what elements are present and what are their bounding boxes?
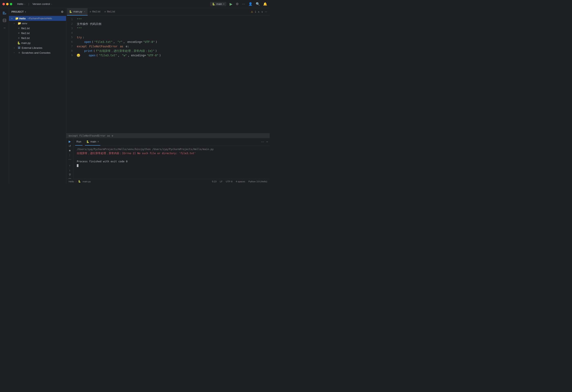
ln-1: 1 [66, 17, 73, 22]
run-output-line-1: /Users/zyq/PycharmProjects/Hello/venv/bi… [77, 147, 266, 151]
tab-close-main[interactable]: × [83, 10, 86, 13]
tree-folder-hello-icon: 📁 [15, 17, 18, 20]
tree-chevron-hello-icon: ▾ [11, 17, 14, 20]
account-button[interactable]: 👤 [248, 2, 253, 6]
titlebar: Hello › | Version control › 🐍 main ▾ ▶ ⚙… [0, 0, 270, 8]
status-breadcrumb-main[interactable]: main.py [82, 180, 91, 183]
run-button[interactable]: ▶ [230, 2, 233, 6]
code-token-7-e: e: [126, 44, 129, 49]
tab-bar-up-icon[interactable]: ∧ [258, 10, 260, 13]
sidebar-item-structure[interactable] [1, 17, 8, 24]
more-button[interactable]: ⋯ [242, 2, 245, 6]
search-button[interactable]: 🔍 [256, 2, 260, 6]
ln-2: 2 [66, 22, 73, 26]
run-output-line-3 [77, 155, 266, 159]
tree-item-hello[interactable]: ▾ 📁 Hello ~/PycharmProjects/Hello [9, 16, 66, 21]
code-token-9-p1: ( [96, 53, 98, 58]
sidebar: Project ▾ ⚙ ▾ 📁 Hello ~/PycharmProjects/… [9, 8, 66, 184]
code-token-6-fn: open [84, 40, 91, 44]
tree-item-file2[interactable]: ≡ file2.txt [9, 31, 66, 35]
code-token-1-1: """ [77, 17, 82, 22]
tree-item-main-py[interactable]: 🐍 main.py [9, 40, 66, 45]
code-token-8-p2: ) [155, 49, 157, 53]
tab-python-icon: 🐍 [69, 10, 72, 13]
code-token-9-c1: , [118, 53, 121, 58]
maximize-button[interactable] [10, 3, 12, 5]
vc-chevron-icon: › [51, 3, 52, 5]
tree-text-file3-icon: ≡ [17, 37, 20, 39]
minimize-button[interactable] [6, 3, 9, 5]
hint-bulb-icon[interactable]: 💡 [77, 54, 80, 57]
run-tab-main[interactable]: 🐍 main × [85, 138, 100, 146]
status-python-version[interactable]: Python 3.8 (Hello) [248, 180, 267, 183]
sidebar-item-project[interactable] [1, 10, 8, 16]
tree-item-file1[interactable]: ≡ file1.txt [9, 26, 66, 31]
status-indent[interactable]: 4 spaces [236, 180, 245, 183]
code-token-6-kw: encoding= [127, 40, 143, 44]
run-panel-minimize-icon[interactable]: − [266, 140, 268, 144]
warning-icon: ⚠ [251, 10, 253, 13]
run-config-python-icon: 🐍 [212, 3, 215, 5]
sidebar-header-right: ⚙ [61, 10, 64, 14]
run-down-button[interactable]: ↓ [67, 168, 73, 172]
run-output-line-4: Process finished with exit code 0 [77, 159, 266, 164]
code-token-5-2: : [82, 35, 84, 40]
sidebar-gear-icon[interactable]: ⚙ [61, 10, 64, 14]
main-layout: ··· Project ▾ ⚙ ▾ 📁 Hello ~/PycharmProje… [0, 8, 270, 184]
code-content[interactable]: """ 文件操作 代码示例 """ try: open("f [75, 15, 270, 133]
status-breadcrumb-sep: › [76, 180, 76, 183]
status-position[interactable]: 9:23 [212, 180, 217, 183]
run-tab-run[interactable]: Run [75, 138, 82, 146]
ln-8: 8 [66, 49, 73, 53]
run-more-button[interactable]: ⋯ [67, 158, 73, 161]
tab-bar-more-icon[interactable]: ⋯ [265, 10, 267, 13]
close-button[interactable] [2, 3, 5, 5]
tree-item-ext-libs[interactable]: › 🏛 External Libraries [9, 45, 66, 50]
tree-item-file3[interactable]: ≡ file3.txt [9, 35, 66, 40]
run-config-chevron-icon: ▾ [223, 3, 224, 5]
ln-7: 7 [66, 44, 73, 49]
hint-text: except FileNotFoundError as e [69, 134, 113, 137]
debug-button[interactable]: ⚙ [236, 2, 238, 6]
code-token-9-s1: "file3.txt" [99, 53, 117, 58]
tree-item-file2-label: file2.txt [21, 32, 30, 35]
code-token-7-as: as [120, 44, 125, 49]
status-bar: Hello › 🐍 main.py 9:23 LF UTF-8 4 spaces… [66, 179, 270, 184]
sidebar-header: Project ▾ ⚙ [9, 8, 66, 15]
run-rerun-button[interactable]: ↺ [67, 144, 73, 148]
tab-main-py[interactable]: 🐍 main.py × [67, 8, 88, 15]
run-stop-button[interactable]: ■ [67, 149, 73, 152]
tree-item-hello-label: Hello [19, 17, 26, 20]
warning-count: 1 [255, 10, 256, 13]
code-token-8-print: print [84, 49, 93, 53]
project-menu[interactable]: Hello › [17, 2, 25, 5]
tree-item-venv-label: venv [22, 22, 27, 25]
code-token-7-except: except [77, 44, 88, 49]
tab-file1-txt[interactable]: ≡ file1.txt [102, 8, 117, 15]
tree-item-file3-label: file3.txt [21, 37, 30, 40]
code-token-6-s3: "UTF-8" [143, 40, 155, 44]
run-content: Run 🐍 main × ⋯ − /Users/zyq/PycharmProje… [74, 138, 270, 179]
tab-file2-txt[interactable]: ≡ file2.txt [88, 8, 102, 15]
code-token-3-1: """ [77, 26, 82, 31]
sidebar-item-more[interactable]: ··· [1, 25, 8, 31]
run-play-button[interactable]: ▶ [67, 140, 73, 143]
tab-bar-down-icon[interactable]: ∨ [261, 10, 263, 13]
run-up-button[interactable]: ↑ [67, 164, 73, 167]
tree-chevron-venv-icon: › [14, 22, 17, 25]
run-filter-button[interactable]: ⚲ [67, 173, 73, 176]
status-encoding[interactable]: UTF-8 [226, 180, 233, 183]
code-token-7-class: FileNotFoundError [89, 44, 119, 49]
tab-bar: 🐍 main.py × ≡ file2.txt ≡ file1.txt ⚠ 1 … [66, 8, 270, 15]
tree-item-scratches[interactable]: › ≡ Scratches and Consoles [9, 50, 66, 55]
tree-item-venv[interactable]: › 📁 venv [9, 21, 66, 26]
status-left: Hello › 🐍 main.py [69, 180, 91, 183]
status-line-ending[interactable]: LF [220, 180, 222, 183]
status-breadcrumb-hello[interactable]: Hello [69, 180, 74, 183]
version-control-menu[interactable]: Version control › [32, 2, 52, 5]
run-tab-close-icon[interactable]: × [97, 140, 99, 143]
notifications-button[interactable]: 🔔 [263, 2, 267, 6]
run-config-selector[interactable]: 🐍 main ▾ [210, 2, 226, 6]
run-panel-more-icon[interactable]: ⋯ [261, 140, 264, 144]
code-editor[interactable]: 1 2 3 4 5 6 7 8 9 """ 文件操作 代码示例 [66, 15, 270, 133]
